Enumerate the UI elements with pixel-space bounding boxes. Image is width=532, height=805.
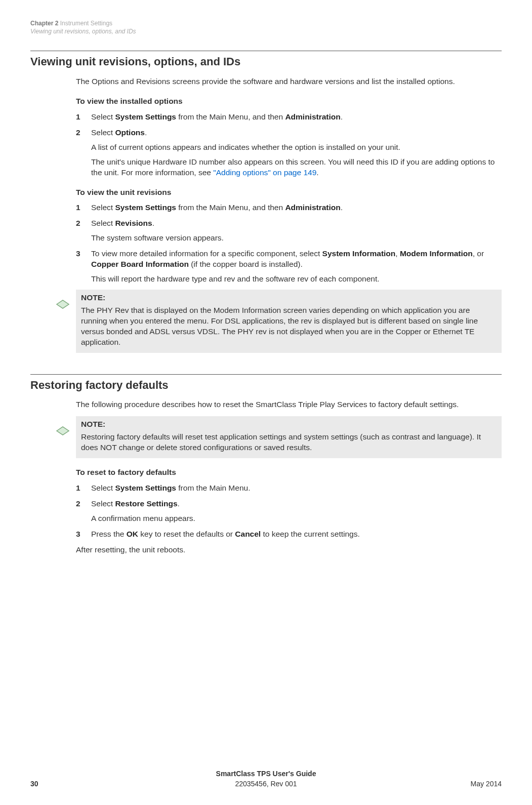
intro-paragraph: The Options and Revisions screens provid…	[76, 76, 502, 87]
step-text: Select System Settings from the Main Men…	[91, 203, 502, 213]
section-heading-restoring: Restoring factory defaults	[30, 378, 502, 393]
list-item: 2 Select Options. A list of current opti…	[76, 128, 502, 178]
divider	[30, 374, 502, 375]
step-text: Press the OK key to reset the defaults o…	[91, 529, 502, 540]
section-heading-viewing: Viewing unit revisions, options, and IDs	[30, 54, 502, 69]
note-text: Restoring factory defaults will reset te…	[81, 432, 497, 453]
step-number: 3	[76, 249, 91, 285]
divider	[30, 51, 502, 51]
step-number: 1	[76, 112, 91, 123]
list-item: 1 Select System Settings from the Main M…	[76, 112, 502, 123]
step-text: Select Revisions. The system software ve…	[91, 218, 502, 244]
step-number: 1	[76, 203, 91, 213]
step-text: To view more detailed information for a …	[91, 249, 502, 285]
svg-marker-1	[57, 427, 69, 435]
page-footer: SmartClass TPS User's Guide 22035456, Re…	[0, 769, 532, 789]
step-number: 2	[76, 218, 91, 244]
footer-guide-title: SmartClass TPS User's Guide	[30, 769, 502, 779]
step-text: Select Restore Settings. A confirmation …	[91, 499, 502, 524]
note-label: NOTE:	[81, 419, 497, 430]
step-number: 1	[76, 483, 91, 494]
intro-paragraph: The following procedure describes how to…	[76, 399, 502, 410]
note-text: The PHY Rev that is displayed on the Mod…	[81, 305, 497, 348]
step-number: 2	[76, 128, 91, 178]
step-number: 3	[76, 529, 91, 540]
list-item: 1 Select System Settings from the Main M…	[76, 203, 502, 213]
footer-date: May 2014	[471, 779, 502, 789]
svg-marker-0	[57, 300, 69, 308]
list-item: 1 Select System Settings from the Main M…	[76, 483, 502, 494]
note-callout: NOTE: The PHY Rev that is displayed on t…	[56, 290, 502, 353]
chapter-label: Chapter 2	[30, 20, 58, 27]
procedure-title: To view the unit revisions	[76, 187, 502, 198]
running-header: Chapter 2 Instrument Settings Viewing un…	[30, 19, 502, 35]
list-item: 2 Select Restore Settings. A confirmatio…	[76, 499, 502, 524]
step-text: Select System Settings from the Main Men…	[91, 112, 502, 123]
procedure-title: To reset to factory defaults	[76, 467, 502, 478]
step-text: Select Options. A list of current option…	[91, 128, 502, 178]
step-text: Select System Settings from the Main Men…	[91, 483, 502, 494]
list-item: 3 Press the OK key to reset the defaults…	[76, 529, 502, 540]
note-label: NOTE:	[81, 293, 497, 303]
note-icon	[56, 416, 76, 439]
list-item: 2 Select Revisions. The system software …	[76, 218, 502, 244]
procedure-title: To view the installed options	[76, 96, 502, 107]
note-icon	[56, 290, 76, 313]
cross-reference-link[interactable]: "Adding options" on page 149	[213, 168, 316, 177]
running-section: Viewing unit revisions, options, and IDs	[30, 27, 502, 35]
note-callout: NOTE: Restoring factory defaults will re…	[56, 416, 502, 458]
step-number: 2	[76, 499, 91, 524]
list-item: 3 To view more detailed information for …	[76, 249, 502, 285]
footer-page-number: 30	[30, 779, 38, 789]
outro-paragraph: After resetting, the unit reboots.	[76, 545, 502, 555]
chapter-name: Instrument Settings	[60, 20, 112, 27]
